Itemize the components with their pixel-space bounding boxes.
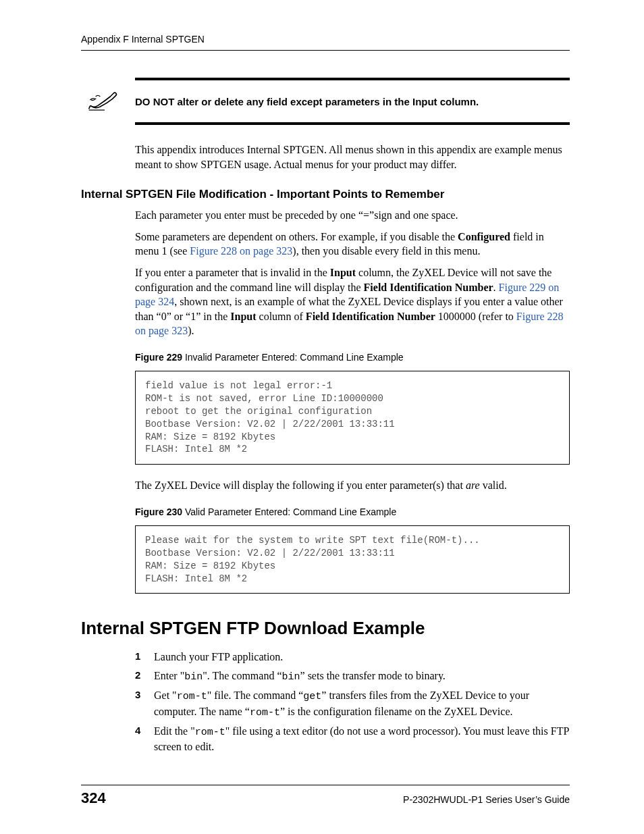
header-rule bbox=[81, 50, 570, 51]
text: . bbox=[493, 282, 499, 293]
figure-230-label: Figure 230 bbox=[135, 506, 182, 517]
handwriting-note-icon bbox=[88, 88, 122, 114]
bold-fin-2: Field Identification Number bbox=[306, 311, 435, 322]
text: ". The command “ bbox=[203, 670, 281, 681]
text: The ZyXEL Device will display the follow… bbox=[135, 479, 466, 491]
step-3: Get "rom-t" file. The command “get” tran… bbox=[135, 688, 570, 720]
para-valid: The ZyXEL Device will display the follow… bbox=[135, 478, 570, 493]
code-romt-3: rom-t bbox=[195, 727, 225, 738]
page-footer: 324 P-2302HWUDL-P1 Series User’s Guide bbox=[81, 785, 570, 807]
bold-input-2: Input bbox=[230, 311, 256, 322]
running-header: Appendix F Internal SPTGEN bbox=[81, 34, 570, 45]
code-bin-2: bin bbox=[282, 671, 300, 683]
text: Some parameters are dependent on others.… bbox=[135, 231, 458, 242]
note-rule-bottom bbox=[135, 122, 570, 125]
bold-fin-1: Field Identification Number bbox=[364, 282, 493, 293]
code-bin-1: bin bbox=[184, 671, 203, 683]
text: ” sets the transfer mode to binary. bbox=[300, 670, 446, 681]
note-text: DO NOT alter or delete any field except … bbox=[135, 96, 479, 107]
text: ), then you disable every field in this … bbox=[292, 245, 480, 257]
italic-are: are bbox=[466, 479, 480, 491]
code-romt-1: rom-t bbox=[177, 691, 207, 702]
figure-230-code: Please wait for the system to write SPT … bbox=[135, 525, 570, 594]
text: Enter " bbox=[154, 670, 184, 681]
page-number: 324 bbox=[81, 789, 106, 807]
step-1: Launch your FTP application. bbox=[135, 650, 570, 664]
step-2: Enter "bin". The command “bin” sets the … bbox=[135, 669, 570, 684]
section-heading-file-mod: Internal SPTGEN File Modification - Impo… bbox=[81, 188, 570, 201]
bold-configured: Configured bbox=[458, 231, 510, 242]
bold-input-1: Input bbox=[330, 267, 356, 278]
text: If you enter a parameter that is invalid… bbox=[135, 267, 330, 278]
code-romt-2: rom-t bbox=[250, 707, 280, 719]
footer-doc-title: P-2302HWUDL-P1 Series User’s Guide bbox=[403, 794, 570, 805]
figure-229-title: Invalid Parameter Entered: Command Line … bbox=[182, 352, 404, 363]
text: ” is the configuration filename on the Z… bbox=[280, 706, 513, 717]
figure-230-caption: Figure 230 Valid Parameter Entered: Comm… bbox=[135, 506, 570, 517]
xref-fig228-1[interactable]: Figure 228 on page 323 bbox=[190, 245, 292, 257]
section-heading-ftp-download: Internal SPTGEN FTP Download Example bbox=[81, 618, 570, 639]
text: 1000000 (refer to bbox=[435, 311, 516, 322]
code-get: get bbox=[303, 691, 321, 702]
ftp-steps-list: Launch your FTP application. Enter "bin"… bbox=[135, 650, 570, 754]
text: Edit the " bbox=[154, 725, 195, 737]
text: ). bbox=[188, 325, 194, 336]
text: column of bbox=[257, 311, 306, 322]
text: valid. bbox=[480, 479, 507, 491]
para-dependent: Some parameters are dependent on others.… bbox=[135, 230, 570, 259]
footer-rule bbox=[81, 785, 570, 785]
text: " file. The command “ bbox=[207, 689, 304, 701]
para-equal-sign: Each parameter you enter must be precede… bbox=[135, 208, 570, 223]
figure-229-label: Figure 229 bbox=[135, 352, 182, 363]
figure-229-code: field value is not legal error:-1 ROM-t … bbox=[135, 371, 570, 465]
text: Get " bbox=[154, 689, 177, 701]
figure-229-caption: Figure 229 Invalid Parameter Entered: Co… bbox=[135, 352, 570, 363]
step-4: Edit the "rom-t" file using a text edito… bbox=[135, 724, 570, 754]
para-invalid: If you enter a parameter that is invalid… bbox=[135, 265, 570, 338]
intro-paragraph: This appendix introduces Internal SPTGEN… bbox=[135, 142, 570, 172]
note-box: DO NOT alter or delete any field except … bbox=[135, 78, 570, 125]
figure-230-title: Valid Parameter Entered: Command Line Ex… bbox=[182, 506, 396, 517]
